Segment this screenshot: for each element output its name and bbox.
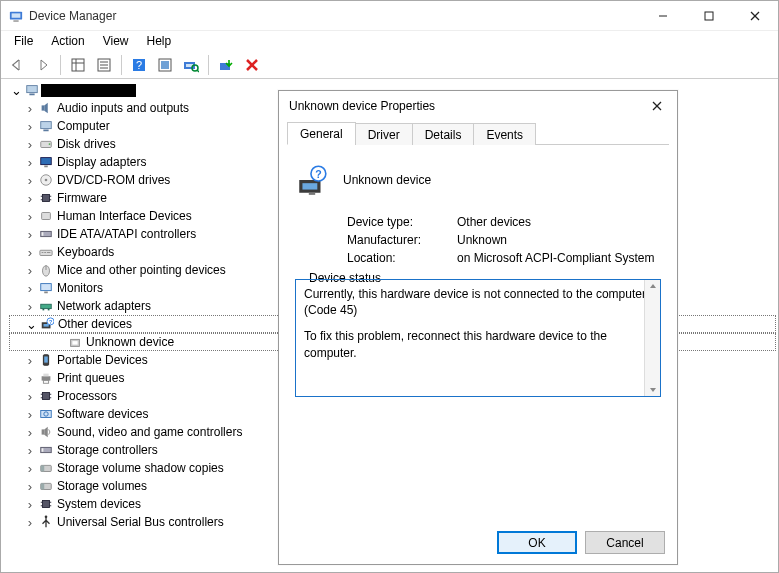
svg-rect-77 — [41, 465, 45, 471]
chevron-right-icon[interactable]: › — [23, 462, 37, 475]
device-name: Unknown device — [343, 173, 431, 187]
minimize-button[interactable] — [640, 1, 686, 31]
chevron-right-icon[interactable]: › — [23, 426, 37, 439]
scan-hardware-button[interactable] — [179, 53, 203, 77]
svg-text:?: ? — [315, 168, 321, 180]
tree-item-label: Unknown device — [84, 333, 176, 352]
tab-details[interactable]: Details — [412, 123, 475, 145]
chevron-right-icon[interactable]: › — [23, 174, 37, 187]
tree-item-label: Storage volumes — [55, 477, 149, 496]
chevron-right-icon[interactable]: › — [23, 498, 37, 511]
chevron-right-icon[interactable]: › — [23, 120, 37, 133]
chevron-right-icon[interactable]: › — [23, 408, 37, 421]
monitor-icon — [37, 281, 55, 295]
chevron-right-icon[interactable]: › — [23, 390, 37, 403]
svg-rect-64 — [43, 374, 48, 377]
chevron-right-icon[interactable]: › — [23, 264, 37, 277]
svg-rect-36 — [43, 195, 50, 202]
svg-rect-79 — [41, 483, 45, 489]
value-manufacturer: Unknown — [457, 233, 507, 247]
svg-point-85 — [45, 515, 48, 518]
chevron-right-icon[interactable]: › — [23, 210, 37, 223]
usb-icon — [37, 515, 55, 529]
chevron-right-icon[interactable]: › — [23, 282, 37, 295]
speaker-icon — [37, 101, 55, 115]
chevron-down-icon[interactable]: ⌄ — [24, 318, 38, 331]
menu-view[interactable]: View — [94, 32, 138, 50]
chevron-right-icon[interactable]: › — [23, 354, 37, 367]
menu-help[interactable]: Help — [138, 32, 181, 50]
svg-rect-90 — [309, 193, 315, 195]
svg-rect-25 — [27, 86, 38, 93]
chevron-right-icon[interactable]: › — [23, 300, 37, 313]
chevron-right-icon[interactable]: › — [23, 246, 37, 259]
menu-action[interactable]: Action — [42, 32, 93, 50]
tree-item-label: Storage controllers — [55, 441, 160, 460]
hid-icon — [37, 209, 55, 223]
chevron-right-icon[interactable]: › — [23, 444, 37, 457]
uninstall-button[interactable] — [240, 53, 264, 77]
label-manufacturer: Manufacturer: — [347, 233, 457, 247]
status-scrollbar[interactable] — [644, 279, 661, 397]
chevron-up-icon — [649, 282, 657, 290]
chevron-right-icon[interactable]: › — [23, 138, 37, 151]
tree-item-label: IDE ATA/ATAPI controllers — [55, 225, 198, 244]
show-hidden-button[interactable] — [66, 53, 90, 77]
svg-rect-41 — [42, 213, 51, 220]
status-line: Currently, this hardware device is not c… — [304, 286, 652, 318]
svg-rect-80 — [43, 501, 50, 508]
nav-back-button[interactable] — [5, 53, 29, 77]
tree-item-label: Computer — [55, 117, 112, 136]
svg-rect-33 — [44, 166, 48, 168]
svg-rect-7 — [72, 59, 84, 71]
tree-item-label: Disk drives — [55, 135, 118, 154]
ide-icon — [37, 227, 55, 241]
tree-item-label: Software devices — [55, 405, 150, 424]
toolbar-separator — [208, 55, 209, 75]
svg-rect-29 — [43, 130, 48, 132]
nav-forward-button[interactable] — [31, 53, 55, 77]
svg-rect-50 — [41, 284, 52, 291]
optical-icon — [37, 173, 55, 187]
software-icon — [37, 407, 55, 421]
ok-button[interactable]: OK — [497, 531, 577, 554]
chevron-right-icon[interactable]: › — [23, 192, 37, 205]
chevron-right-icon[interactable]: › — [23, 156, 37, 169]
tab-events[interactable]: Events — [473, 123, 536, 145]
device-status-text[interactable]: Currently, this hardware device is not c… — [295, 279, 661, 397]
svg-rect-54 — [48, 309, 50, 311]
keyboard-icon — [37, 245, 55, 259]
svg-rect-1 — [12, 13, 21, 17]
tab-page-general: ? Unknown device Device type:Other devic… — [279, 145, 677, 521]
chevron-right-icon[interactable]: › — [23, 102, 37, 115]
device-properties-dialog: Unknown device Properties General Driver… — [278, 90, 678, 565]
svg-rect-4 — [705, 12, 713, 20]
chevron-right-icon[interactable]: › — [23, 228, 37, 241]
menu-file[interactable]: File — [5, 32, 42, 50]
label-location: Location: — [347, 251, 457, 265]
menubar: File Action View Help — [1, 31, 778, 51]
help-button[interactable]: ? — [127, 53, 151, 77]
enable-device-button[interactable] — [153, 53, 177, 77]
svg-rect-56 — [44, 324, 49, 327]
chevron-right-icon[interactable]: › — [23, 480, 37, 493]
close-button[interactable] — [732, 1, 778, 31]
chevron-right-icon[interactable]: › — [23, 516, 37, 529]
dialog-close-button[interactable] — [637, 91, 677, 121]
chevron-down-icon[interactable]: ⌄ — [9, 84, 23, 97]
cancel-button[interactable]: Cancel — [585, 531, 665, 554]
system-buttons — [640, 1, 778, 31]
maximize-button[interactable] — [686, 1, 732, 31]
update-driver-button[interactable] — [214, 53, 238, 77]
properties-button[interactable] — [92, 53, 116, 77]
chevron-right-icon[interactable]: › — [23, 372, 37, 385]
svg-rect-43 — [42, 232, 44, 236]
chevron-down-icon — [649, 386, 657, 394]
toolbar-separator — [60, 55, 61, 75]
tab-driver[interactable]: Driver — [355, 123, 413, 145]
tree-item-label: Display adapters — [55, 153, 148, 172]
svg-text:?: ? — [49, 319, 52, 325]
shadow-icon — [37, 461, 55, 475]
tab-general[interactable]: General — [287, 122, 356, 145]
root-node-label[interactable] — [41, 84, 136, 97]
